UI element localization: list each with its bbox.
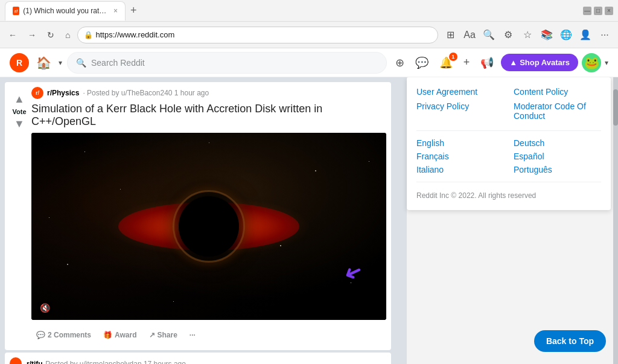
- search-bar[interactable]: 🔍 Search Reddit: [67, 52, 387, 74]
- close-button[interactable]: ×: [605, 7, 613, 15]
- translate-button[interactable]: 🌐: [558, 27, 575, 43]
- subreddit-icon: r/: [31, 87, 43, 99]
- reddit-home-button[interactable]: 🏠: [34, 53, 54, 72]
- refresh-button[interactable]: ↻: [43, 28, 58, 42]
- navigation-bar: ← → ↻ ⌂ 🔒 https://www.reddit.com ⊞ Aa 🔍 …: [0, 22, 618, 48]
- toolbar-actions: ⊕ 💬 🔔 1 + 📢 ▲ Shop Avatars 🐸 ▾: [392, 53, 608, 72]
- award-icon: 🎁: [103, 331, 112, 339]
- tab-bar: r/ (1) Which would you rather? 200 × +: [5, 1, 139, 21]
- post-meta: · Posted by u/TheBacon240 1 hour ago: [83, 89, 209, 97]
- minimize-button[interactable]: —: [583, 7, 591, 15]
- post-header: r/ r/Physics · Posted by u/TheBacon240 1…: [31, 87, 386, 99]
- chat-icon[interactable]: 💬: [412, 54, 432, 72]
- tab-close-button[interactable]: ×: [113, 7, 118, 15]
- comments-button[interactable]: 💬 2 Comments: [31, 327, 96, 343]
- language-grid: English Deutsch Français Español Italian…: [416, 138, 601, 174]
- new-tab-button[interactable]: +: [128, 2, 139, 19]
- home-button[interactable]: ⌂: [62, 28, 74, 42]
- tab-title: (1) Which would you rather? 200: [23, 7, 107, 15]
- content-area: ▲ Vote ▼ r/ r/Physics · Posted by u/The: [0, 77, 407, 364]
- lang-english[interactable]: English: [416, 138, 504, 148]
- browser-frame: r/ (1) Which would you rather? 200 × + —…: [0, 0, 618, 364]
- favorites-button[interactable]: ☆: [519, 27, 536, 43]
- url-text: https://www.reddit.com: [95, 30, 174, 39]
- dropdown-divider: [416, 130, 601, 131]
- post-container: ▲ Vote ▼ r/ r/Physics · Posted by u/The: [5, 82, 391, 350]
- lang-italiano[interactable]: Italiano: [416, 165, 504, 174]
- right-panel: User Agreement Content Policy Privacy Po…: [407, 77, 618, 364]
- scrollbar-thumb[interactable]: [613, 89, 618, 126]
- copyright-text: Reddit Inc © 2022. All rights reserved: [416, 191, 536, 200]
- comments-icon: 💬: [36, 331, 45, 339]
- back-button[interactable]: ←: [5, 28, 21, 42]
- post-title: Simulation of a Kerr Black Hole with Acc…: [31, 103, 386, 128]
- content-policy-link[interactable]: Content Policy: [514, 87, 601, 97]
- split-view-button[interactable]: ⊞: [442, 27, 459, 43]
- main-content: ▲ Vote ▼ r/ r/Physics · Posted by u/The: [0, 77, 618, 364]
- plus-icon[interactable]: +: [460, 54, 474, 71]
- read-mode-button[interactable]: Aa: [461, 27, 478, 43]
- accessibility-button[interactable]: ⚙: [500, 27, 517, 43]
- tab-favicon: r/: [13, 7, 19, 15]
- arrow-indicator: ➜: [344, 262, 362, 284]
- window-controls: — □ ×: [583, 7, 613, 15]
- avatar-dropdown-arrow[interactable]: ▾: [605, 59, 608, 67]
- maximize-button[interactable]: □: [594, 7, 602, 15]
- moderator-code-link[interactable]: Moderator Code Of Conduct: [514, 101, 601, 121]
- vote-label: Vote: [12, 108, 26, 115]
- footer-dropdown-menu: User Agreement Content Policy Privacy Po…: [407, 77, 611, 210]
- subreddit-name[interactable]: r/Physics: [47, 89, 79, 97]
- award-button[interactable]: 🎁 Award: [98, 327, 141, 343]
- lang-francais[interactable]: Français: [416, 152, 504, 161]
- lock-icon: 🔒: [84, 31, 93, 39]
- add-post-icon[interactable]: ⊕: [392, 54, 408, 72]
- notification-badge: 1: [449, 53, 457, 61]
- policy-links: User Agreement Content Policy Privacy Po…: [416, 87, 601, 121]
- post-image: 🔇 ➜: [31, 133, 386, 320]
- share-icon: ↗: [149, 331, 155, 339]
- notification-bell[interactable]: 🔔 1: [436, 54, 456, 72]
- more-actions-button[interactable]: ···: [185, 327, 200, 343]
- post-content-wrapper: r/ r/Physics · Posted by u/TheBacon240 1…: [31, 87, 386, 345]
- lang-deutsch[interactable]: Deutsch: [514, 138, 601, 148]
- shop-avatars-button[interactable]: ▲ Shop Avatars: [501, 54, 578, 71]
- second-post-info: Posted by u/itsmelancholydan 17 hours ag…: [45, 360, 186, 364]
- reddit-logo[interactable]: R: [10, 53, 29, 72]
- share-button[interactable]: ↗ Share: [144, 327, 182, 343]
- browser-tab[interactable]: r/ (1) Which would you rather? 200 ×: [5, 1, 126, 21]
- upvote-button[interactable]: ▲: [13, 92, 26, 107]
- user-avatar[interactable]: 🐸: [582, 53, 601, 72]
- lang-espanol[interactable]: Español: [514, 152, 601, 161]
- search-placeholder: Search Reddit: [91, 58, 145, 68]
- privacy-policy-link[interactable]: Privacy Policy: [416, 101, 504, 121]
- black-hole-center: [179, 196, 239, 257]
- reddit-toolbar: R 🏠 ▾ 🔍 Search Reddit ⊕ 💬 🔔 1 + 📢 ▲ Shop…: [0, 48, 618, 77]
- community-dropdown-arrow[interactable]: ▾: [59, 59, 62, 67]
- forward-button[interactable]: →: [24, 28, 40, 42]
- browser-nav-icons: ⊞ Aa 🔍 ⚙ ☆ 📚 🌐 👤 ···: [442, 27, 613, 43]
- titlebar-left: r/ (1) Which would you rather? 200 × +: [5, 1, 139, 21]
- black-hole-scene: 🔇 ➜: [31, 133, 386, 320]
- post-actions: 💬 2 Comments 🎁 Award ↗ Share: [31, 325, 386, 345]
- lang-portugues[interactable]: Português: [514, 165, 601, 174]
- user-agreement-link[interactable]: User Agreement: [416, 87, 504, 97]
- scrollbar[interactable]: [613, 77, 618, 364]
- shop-avatars-arrow-icon: ▲: [509, 58, 517, 67]
- second-post-meta: r/tifu Posted by u/itsmelancholydan 17 h…: [27, 358, 186, 364]
- second-post-preview: r/tifu Posted by u/itsmelancholydan 17 h…: [5, 353, 391, 364]
- downvote-button[interactable]: ▼: [13, 117, 26, 132]
- dropdown-divider-2: [416, 182, 601, 182]
- vote-sidebar: ▲ Vote ▼: [10, 87, 29, 345]
- profile-button[interactable]: 👤: [577, 27, 594, 43]
- zoom-button[interactable]: 🔍: [480, 27, 497, 43]
- collections-button[interactable]: 📚: [538, 27, 555, 43]
- search-icon: 🔍: [76, 58, 86, 68]
- second-post-subreddit-icon: [10, 357, 22, 364]
- mute-icon[interactable]: 🔇: [37, 302, 53, 314]
- back-to-top-button[interactable]: Back to Top: [534, 330, 606, 352]
- address-bar[interactable]: 🔒 https://www.reddit.com: [77, 27, 438, 43]
- second-post-subreddit[interactable]: r/tifu: [27, 360, 43, 364]
- more-options-button[interactable]: ···: [596, 27, 613, 43]
- megaphone-icon[interactable]: 📢: [477, 54, 497, 72]
- browser-titlebar: r/ (1) Which would you rather? 200 × + —…: [0, 0, 618, 22]
